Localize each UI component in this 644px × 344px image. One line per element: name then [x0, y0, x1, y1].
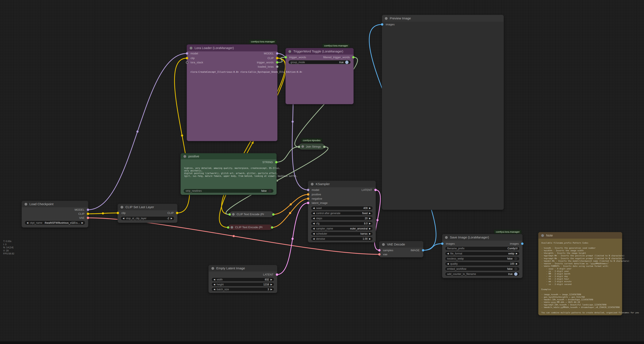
node-join-strings[interactable]: Join Strings: [299, 143, 325, 150]
decrement-arrow-icon[interactable]: [313, 207, 315, 209]
images-output-dot[interactable]: [521, 242, 524, 245]
sampler-name-combo[interactable]: sampler_nameeuler_ancestral: [311, 226, 373, 231]
node-note[interactable]: Note Available filename_prefix Pattern C…: [538, 232, 622, 316]
trigger-words-output-dot[interactable]: [276, 61, 278, 64]
increment-arrow-icon[interactable]: [369, 228, 371, 230]
toggle-on-icon[interactable]: [514, 272, 518, 276]
toggle-on-icon[interactable]: [345, 60, 348, 64]
toggle-off-icon[interactable]: [514, 267, 518, 271]
increment-arrow-icon[interactable]: [82, 222, 83, 224]
node-graph-canvas[interactable]: Load Checkpoint MODEL CLIP VAE ckpt_name…: [0, 0, 644, 344]
model-input-dot[interactable]: [186, 52, 188, 54]
collapse-dot-icon[interactable]: [120, 206, 123, 208]
batch-size-stepper[interactable]: batch_size3: [212, 287, 274, 291]
vae-input-dot[interactable]: [378, 253, 380, 256]
node-vae-decode[interactable]: VAE Decode samples vae IMAGE: [379, 241, 424, 258]
collapse-dot-icon[interactable]: [382, 243, 385, 246]
string-output-dot[interactable]: [323, 146, 326, 148]
clip-output-dot[interactable]: [276, 57, 278, 59]
collapse-dot-icon[interactable]: [288, 50, 291, 53]
decrement-arrow-icon[interactable]: [313, 217, 315, 220]
collapse-dot-icon[interactable]: [232, 213, 235, 216]
lossless-webp-toggle[interactable]: lossless_webpfalse: [445, 256, 520, 261]
increment-arrow-icon[interactable]: [516, 263, 518, 265]
clip-output-dot[interactable]: [87, 213, 89, 215]
collapse-dot-icon[interactable]: [184, 155, 186, 158]
collapse-dot-icon[interactable]: [445, 236, 448, 239]
increment-arrow-icon[interactable]: [171, 217, 172, 220]
node-load-checkpoint[interactable]: Load Checkpoint MODEL CLIP VAE ckpt_name…: [22, 201, 88, 228]
decrement-arrow-icon[interactable]: [313, 212, 315, 214]
samples-input-dot[interactable]: [378, 249, 380, 252]
collapse-dot-icon[interactable]: [212, 267, 214, 270]
decrement-arrow-icon[interactable]: [214, 284, 215, 286]
decrement-arrow-icon[interactable]: [27, 222, 28, 224]
vae-output-dot[interactable]: [87, 217, 89, 219]
collapse-dot-icon[interactable]: [385, 17, 388, 20]
decrement-arrow-icon[interactable]: [313, 228, 315, 230]
string-input-dot[interactable]: [298, 146, 300, 148]
node-lora-loader[interactable]: Lora Loader (LoraManager) model clip lor…: [187, 44, 278, 141]
model-output-dot[interactable]: [276, 52, 278, 54]
seed-stepper[interactable]: seed409: [311, 206, 373, 210]
group-mode-toggle[interactable]: group_mode true: [288, 60, 351, 64]
embed-workflow-toggle[interactable]: embed_workflowfalse: [445, 267, 520, 271]
node-preview-image[interactable]: Preview Image images: [382, 15, 504, 210]
collapse-dot-icon[interactable]: [541, 234, 544, 237]
decrement-arrow-icon[interactable]: [214, 288, 215, 290]
conditioning-output-dot[interactable]: [271, 226, 273, 228]
increment-arrow-icon[interactable]: [369, 238, 371, 240]
collapse-dot-icon[interactable]: [302, 145, 304, 148]
filtered-trigger-words-output-dot[interactable]: [352, 56, 354, 58]
note-text[interactable]: Available filename_prefix Pattern Codes …: [542, 242, 639, 314]
clip-input-dot[interactable]: [186, 57, 188, 59]
node-triggerword-toggle[interactable]: TriggerWord Toggle (LoraManager) trigger…: [286, 48, 354, 104]
increment-arrow-icon[interactable]: [270, 284, 272, 286]
latent-output-dot[interactable]: [374, 189, 377, 191]
decrement-arrow-icon[interactable]: [313, 233, 315, 235]
node-clip-set-last-layer[interactable]: CLIP Set Last Layer clip CLIP stop_at_cl…: [118, 204, 178, 223]
node-empty-latent-image[interactable]: Empty Latent Image LATENT width832 heigh…: [208, 265, 277, 293]
decrement-arrow-icon[interactable]: [214, 278, 215, 281]
increment-arrow-icon[interactable]: [369, 207, 371, 209]
trigger-words-input-dot[interactable]: [284, 56, 287, 58]
cfg-stepper[interactable]: cfg8.0: [311, 221, 373, 226]
node-clip-text-encode-positive[interactable]: CLIP Text Encode (Pr: [229, 211, 274, 217]
image-output-dot[interactable]: [422, 249, 424, 252]
lora-syntax-text[interactable]: <lora:CreateConcept_Illustrious:0.8> <lo…: [190, 70, 306, 73]
ckpt-name-combo[interactable]: ckpt_name il\waiNSFWIllustrious_v110.s…: [24, 220, 85, 225]
width-stepper[interactable]: width832: [212, 278, 274, 282]
images-input-dot[interactable]: [381, 23, 383, 26]
control-after-generate-combo[interactable]: control after generatefixed: [311, 211, 373, 216]
decrement-arrow-icon[interactable]: [447, 252, 449, 255]
decrement-arrow-icon[interactable]: [123, 217, 124, 220]
height-stepper[interactable]: height1216: [212, 282, 274, 286]
collapsed-input-dot[interactable]: [227, 226, 229, 228]
decrement-arrow-icon[interactable]: [313, 222, 315, 224]
increment-arrow-icon[interactable]: [516, 252, 518, 255]
collapse-dot-icon[interactable]: [311, 183, 314, 186]
node-ksampler[interactable]: KSampler model positive negative latent_…: [308, 181, 376, 242]
lora-stack-input-dot[interactable]: [186, 61, 188, 64]
increment-arrow-icon[interactable]: [369, 222, 371, 224]
quality-stepper[interactable]: quality100: [445, 262, 520, 266]
prompt-text[interactable]: highres, very detailed, amazing quality,…: [184, 167, 304, 178]
add-counter-to-filename-toggle[interactable]: add_counter_to_filenametrue: [445, 272, 520, 276]
increment-arrow-icon[interactable]: [369, 233, 371, 235]
increment-arrow-icon[interactable]: [270, 288, 272, 290]
decrement-arrow-icon[interactable]: [313, 238, 315, 240]
toggle-off-icon[interactable]: [268, 189, 272, 192]
increment-arrow-icon[interactable]: [270, 278, 272, 281]
file-format-combo[interactable]: file_formatwebp: [445, 252, 520, 256]
model-output-dot[interactable]: [87, 208, 89, 211]
strip-newlines-toggle[interactable]: strip_newlines false: [184, 189, 274, 193]
negative-input-dot[interactable]: [307, 198, 309, 200]
node-clip-text-encode-negative[interactable]: CLIP Text Encode (Pr: [228, 224, 272, 230]
increment-arrow-icon[interactable]: [369, 217, 371, 220]
steps-stepper[interactable]: steps20: [311, 216, 373, 220]
conditioning-output-dot[interactable]: [272, 213, 274, 216]
filename-prefix-field[interactable]: filename_prefixComfyUI: [445, 246, 520, 250]
scheduler-combo[interactable]: schedulerkarras: [311, 232, 373, 236]
increment-arrow-icon[interactable]: [369, 212, 371, 214]
positive-input-dot[interactable]: [307, 193, 309, 196]
